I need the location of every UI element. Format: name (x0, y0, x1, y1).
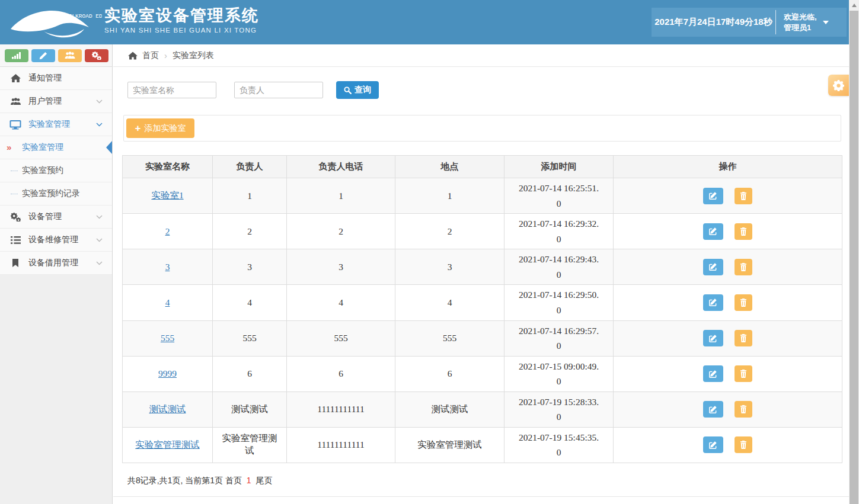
delete-button[interactable] (735, 330, 752, 346)
sidebar-item-label: 通知管理 (28, 73, 62, 84)
lab-name-link[interactable]: 4 (165, 297, 170, 307)
table-header-row: 实验室名称 负责人 负责人电话 地点 添加时间 操作 (123, 156, 842, 178)
manager-search-input[interactable] (234, 82, 323, 98)
chevron-down-icon (96, 261, 103, 265)
sidebar-item-label: 用户管理 (28, 96, 62, 107)
sidebar-subitem-lab-reserve-records[interactable]: 实验室预约记录 (0, 182, 112, 206)
header-status-box: 2021年7月24日17时49分18秒 欢迎光临, 管理员1 (652, 8, 847, 37)
delete-button[interactable] (735, 294, 752, 311)
delete-button[interactable] (735, 436, 752, 453)
user-group-shortcut-button[interactable] (58, 49, 82, 62)
edit-pencil-square-icon (708, 298, 717, 307)
chevron-down-icon (96, 99, 103, 104)
home-icon (128, 52, 138, 60)
phone-cell: 11111111111 (287, 391, 395, 427)
phone-cell: 2 (287, 214, 395, 249)
vertical-scrollbar[interactable] (849, 0, 859, 504)
edit-button[interactable] (703, 401, 723, 418)
trash-icon (740, 334, 747, 342)
location-cell: 6 (395, 356, 504, 391)
pagination-current-page[interactable]: 1 (247, 476, 251, 485)
add-lab-button[interactable]: + 添加实验室 (126, 118, 194, 138)
edit-button[interactable] (703, 188, 723, 204)
phone-cell: 3 (287, 249, 395, 285)
breadcrumb: 首页 › 实验室列表 (113, 44, 849, 67)
sidebar-item-lab[interactable]: 实验室管理 (0, 113, 112, 136)
scrollbar-up-button[interactable] (849, 0, 859, 10)
edit-button[interactable] (703, 436, 723, 453)
add-time-cell: 2021-07-19 15:28:33.0 (518, 394, 599, 425)
tree-connector (11, 194, 18, 194)
delete-button[interactable] (735, 401, 752, 418)
sidebar-item-device-borrow[interactable]: 设备借用管理 (0, 252, 112, 275)
lab-name-link[interactable]: 2 (165, 226, 170, 236)
col-header-actions: 操作 (614, 156, 842, 178)
trash-icon (740, 192, 747, 200)
edit-button[interactable] (703, 294, 723, 311)
add-time-cell: 2021-07-15 09:00:49.0 (518, 359, 599, 389)
lab-name-search-input[interactable] (127, 82, 216, 98)
pagination-last-link[interactable]: 尾页 (256, 476, 273, 485)
query-button[interactable]: 查询 (336, 81, 379, 99)
query-button-label: 查询 (355, 85, 371, 95)
sidebar-item-label: 设备借用管理 (28, 258, 78, 268)
edit-button[interactable] (703, 259, 723, 275)
col-header-location: 地点 (395, 156, 504, 178)
edit-pencil-square-icon (708, 227, 717, 236)
lab-name-link[interactable]: 3 (165, 262, 170, 272)
sidebar-subitem-lab-reserve[interactable]: 实验室预约 (0, 159, 112, 182)
footer-divider (113, 496, 849, 497)
pencil-shortcut-button[interactable] (31, 49, 55, 62)
edit-button[interactable] (703, 330, 723, 346)
signal-bars-shortcut-button[interactable] (5, 49, 28, 62)
settings-tab-button[interactable] (828, 75, 849, 96)
list-icon (9, 236, 22, 244)
user-menu[interactable]: 欢迎光临, 管理员1 (776, 8, 847, 37)
pencil-icon (39, 52, 47, 60)
lab-name-link[interactable]: 实验室1 (151, 190, 183, 200)
trash-icon (740, 370, 747, 378)
location-cell: 测试测试 (395, 391, 504, 427)
phone-cell: 4 (287, 285, 395, 320)
users-icon (9, 98, 22, 105)
lab-name-link[interactable]: 测试测试 (149, 404, 186, 414)
manager-cell: 6 (213, 356, 287, 391)
lab-name-link[interactable]: 9999 (158, 368, 177, 378)
sidebar-shortcuts (0, 44, 112, 67)
location-cell: 1 (395, 178, 504, 214)
sidebar-subitem-label: 实验室预约记录 (22, 188, 80, 199)
delete-button[interactable] (735, 223, 752, 240)
lab-table: 实验室名称 负责人 负责人电话 地点 添加时间 操作 实验室1 1 1 1 20… (122, 155, 842, 463)
location-cell: 2 (395, 214, 504, 249)
edit-pencil-square-icon (708, 441, 717, 450)
delete-button[interactable] (735, 259, 752, 275)
manager-cell: 555 (213, 320, 287, 356)
col-header-phone: 负责人电话 (287, 156, 395, 178)
lab-name-link[interactable]: 实验室管理测试 (135, 439, 200, 450)
welcome-text: 欢迎光临, (784, 12, 817, 23)
lab-submenu: » 实验室管理 实验室预约 实验室预约记录 (0, 136, 112, 206)
edit-pencil-square-icon (708, 370, 717, 378)
sidebar-subitem-lab-manage[interactable]: » 实验室管理 (0, 136, 112, 159)
manager-cell: 4 (213, 285, 287, 320)
bookmark-icon (9, 259, 22, 267)
delete-button[interactable] (735, 365, 752, 382)
sidebar-item-device[interactable]: 设备管理 (0, 206, 112, 229)
pagination-first-link[interactable]: 首页 (225, 476, 242, 485)
sidebar-item-notice[interactable]: 通知管理 (0, 67, 112, 90)
add-time-cell: 2021-07-19 15:45:35.0 (518, 430, 599, 460)
breadcrumb-home-link[interactable]: 首页 (128, 50, 159, 61)
delete-button[interactable] (735, 188, 752, 204)
datetime-display: 2021年7月24日17时49分18秒 (652, 8, 775, 37)
sidebar-item-users[interactable]: 用户管理 (0, 90, 112, 113)
location-cell: 555 (395, 320, 504, 356)
sidebar-item-label: 设备管理 (28, 211, 62, 222)
edit-button[interactable] (703, 365, 723, 382)
sidebar-menu: 通知管理 用户管理 实验室管理 (0, 67, 112, 275)
edit-button[interactable] (703, 223, 723, 240)
scrollbar-thumb[interactable] (850, 11, 858, 504)
sidebar-item-device-repair[interactable]: 设备维修管理 (0, 229, 112, 252)
lab-name-link[interactable]: 555 (161, 333, 174, 343)
gears-shortcut-button[interactable] (85, 49, 108, 62)
add-time-cell: 2021-07-14 16:29:57.0 (518, 323, 599, 354)
